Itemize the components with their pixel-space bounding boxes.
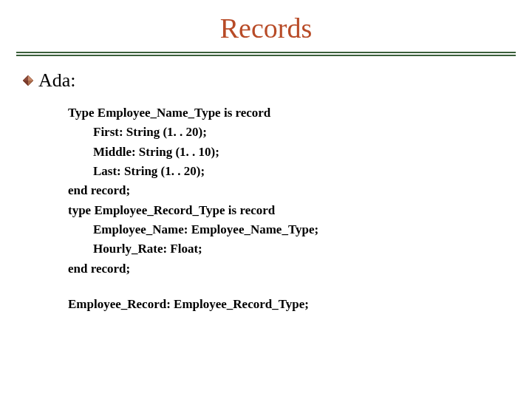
code-line: Employee_Record: Employee_Record_Type; <box>68 295 510 314</box>
code-line: Last: String (1. . 20); <box>68 162 510 181</box>
bullet-row: Ada: <box>22 69 510 92</box>
code-line: Middle: String (1. . 10); <box>68 143 510 162</box>
code-block: Type Employee_Name_Type is record First:… <box>22 103 510 314</box>
code-line: Type Employee_Name_Type is record <box>68 103 510 123</box>
slide-content: Ada: Type Employee_Name_Type is record F… <box>0 56 532 314</box>
code-line: type Employee_Record_Type is record <box>68 201 510 220</box>
diamond-bullet-icon <box>22 75 34 86</box>
code-line: Employee_Name: Employee_Name_Type; <box>68 220 510 239</box>
slide-title: Records <box>0 0 532 52</box>
code-line: Hourly_Rate: Float; <box>68 239 510 259</box>
code-line: end record; <box>68 181 510 200</box>
code-line: First: String (1. . 20); <box>68 123 510 142</box>
code-line: end record; <box>68 259 510 279</box>
bullet-label: Ada: <box>38 69 76 92</box>
blank-line <box>68 279 510 295</box>
